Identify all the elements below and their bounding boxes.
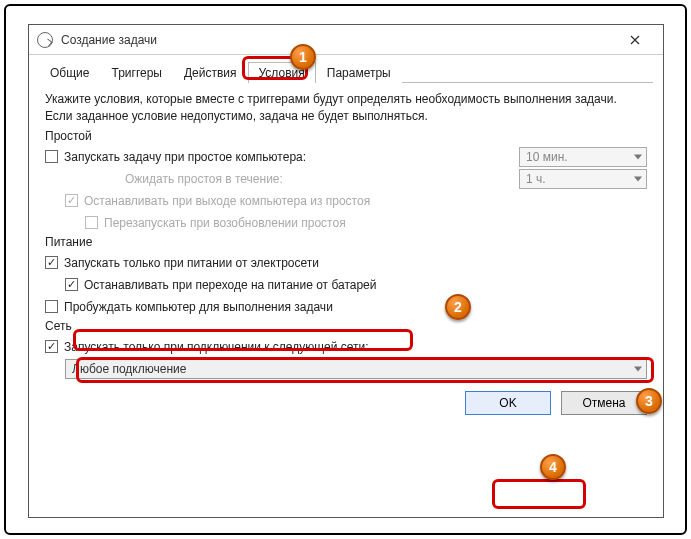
conditions-description: Укажите условия, которые вместе с тригге…	[45, 91, 647, 125]
checkbox-start-on-network[interactable]	[45, 340, 58, 353]
ok-button[interactable]: OK	[465, 391, 551, 415]
label-restart-on-idle: Перезапускать при возобновлении простоя	[104, 216, 346, 230]
scheduler-icon	[37, 32, 53, 48]
label-wake: Пробуждать компьютер для выполнения зада…	[64, 300, 333, 314]
checkbox-restart-on-idle	[85, 216, 98, 229]
chevron-down-icon	[634, 176, 642, 181]
label-stop-if-not-idle: Останавливать при выходе компьютера из п…	[84, 194, 370, 208]
checkbox-ac-only[interactable]	[45, 256, 58, 269]
checkbox-stop-on-battery[interactable]	[65, 278, 78, 291]
tab-conditions[interactable]: Условия	[248, 62, 316, 83]
label-start-when-idle: Запускать задачу при простое компьютера:	[64, 150, 306, 164]
chevron-down-icon	[634, 366, 642, 371]
tab-bar: Общие Триггеры Действия Условия Параметр…	[39, 61, 653, 83]
tab-triggers[interactable]: Триггеры	[100, 62, 173, 83]
label-start-on-network: Запускать только при подключении к следу…	[64, 340, 369, 354]
section-power: Питание	[45, 235, 647, 251]
chevron-down-icon	[634, 154, 642, 159]
section-idle: Простой	[45, 129, 647, 145]
label-ac-only: Запускать только при питании от электрос…	[64, 256, 319, 270]
checkbox-start-when-idle[interactable]	[45, 150, 58, 163]
tab-actions[interactable]: Действия	[173, 62, 248, 83]
label-stop-on-battery: Останавливать при переходе на питание от…	[84, 278, 377, 292]
tab-general[interactable]: Общие	[39, 62, 100, 83]
section-network: Сеть	[45, 319, 647, 335]
create-task-dialog: Создание задачи Общие Триггеры Действия …	[28, 24, 664, 518]
select-idle-time: 10 мин.	[519, 147, 647, 167]
select-network[interactable]: Любое подключение	[65, 359, 647, 379]
checkbox-wake[interactable]	[45, 300, 58, 313]
titlebar: Создание задачи	[29, 25, 663, 55]
tab-settings[interactable]: Параметры	[316, 62, 402, 83]
close-icon	[630, 35, 640, 45]
label-wait-for-idle: Ожидать простоя в течение:	[125, 172, 283, 186]
select-wait-time: 1 ч.	[519, 169, 647, 189]
select-network-value: Любое подключение	[72, 362, 186, 376]
window-title: Создание задачи	[61, 33, 157, 47]
checkbox-stop-if-not-idle	[65, 194, 78, 207]
close-button[interactable]	[615, 26, 655, 54]
cancel-button[interactable]: Отмена	[561, 391, 647, 415]
